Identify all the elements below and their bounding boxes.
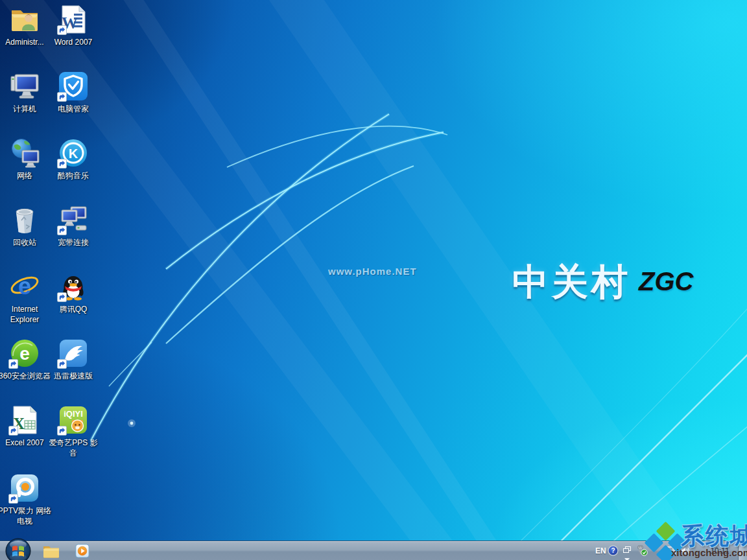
svg-text:?: ? [611, 547, 615, 554]
icon-label: 回收站 [0, 237, 52, 248]
desktop-icon-pptv[interactable]: PPTV聚力 网络电视 [0, 472, 52, 526]
icon-label: 360安全浏览器 [0, 371, 52, 381]
shortcut-arrow-icon [57, 159, 67, 169]
desktop-icon-internet-explorer[interactable]: e Internet Explorer [0, 271, 52, 325]
svg-text:iQIYI: iQIYI [64, 409, 83, 419]
icon-label: 计算机 [0, 104, 52, 114]
desktop-icon-broadband-connection[interactable]: 宽带连接 [46, 204, 101, 248]
zgc-brand-chinese: 中关村 [512, 258, 631, 307]
shortcut-arrow-icon [57, 359, 67, 369]
xitongcheng-domain: xitongcheng.com [671, 547, 747, 558]
icon-label: 腾讯QQ [46, 304, 101, 314]
icon-label: Word 2007 [46, 37, 101, 47]
icon-label: 爱奇艺PPS 影音 [46, 438, 101, 458]
ie-e-icon: e [9, 271, 40, 302]
taskbar-explorer-button[interactable] [40, 543, 62, 559]
icon-label: 电脑管家 [46, 104, 101, 114]
icon-label: Excel 2007 [0, 438, 52, 448]
hidden-icons-chevron-icon[interactable] [624, 552, 630, 560]
start-button[interactable] [5, 538, 31, 560]
desktop-icon-recycle-bin[interactable]: 回收站 [0, 204, 52, 248]
zgc-brand-latin: ZGC [639, 267, 693, 296]
shortcut-arrow-icon [8, 426, 18, 436]
shortcut-arrow-icon [57, 92, 67, 102]
icon-label: Internet Explorer [0, 304, 52, 325]
shortcut-arrow-icon [57, 292, 67, 302]
recycle-bin-icon [9, 204, 40, 235]
media-player-icon [75, 544, 89, 558]
svg-text:e: e [18, 273, 31, 299]
language-indicator[interactable]: EN [595, 546, 606, 555]
desktop-icon-pc-manager[interactable]: 电脑管家 [46, 71, 101, 114]
icon-label: 网络 [0, 170, 52, 181]
desktop-icon-excel-2007[interactable]: X Excel 2007 [0, 404, 52, 448]
desktop[interactable]: www.pHome.NET 中关村 ZGC Administr... W Wor… [0, 0, 747, 560]
shortcut-arrow-icon [57, 426, 67, 436]
user-folder-icon [9, 4, 40, 35]
taskbar-media-player-button[interactable] [71, 543, 93, 559]
desktop-icon-word-2007[interactable]: W Word 2007 [46, 4, 101, 47]
taskbar: EN ? [0, 541, 747, 560]
usb-safely-remove-icon[interactable] [635, 545, 648, 559]
icon-label: 迅雷极速版 [46, 371, 101, 381]
desktop-icon-administrator[interactable]: Administr... [0, 4, 52, 47]
desktop-icon-thunder[interactable]: 迅雷极速版 [46, 338, 101, 381]
icon-label: Administr... [0, 37, 52, 47]
shortcut-arrow-icon [57, 25, 67, 35]
icon-label: 酷狗音乐 [46, 170, 101, 181]
desktop-icon-iqiyi-pps[interactable]: iQIYI 爱奇艺PPS 影音 [46, 404, 101, 458]
windows-orb-icon [5, 538, 31, 560]
svg-text:K: K [69, 146, 78, 161]
shortcut-arrow-icon [8, 494, 18, 504]
desktop-icon-computer[interactable]: 计算机 [0, 71, 52, 114]
svg-text:e: e [19, 344, 30, 364]
shortcut-arrow-icon [8, 359, 18, 369]
folder-icon [43, 544, 60, 558]
zgc-brand-logo: 中关村 ZGC [512, 258, 693, 307]
icon-label: 宽带连接 [46, 237, 101, 248]
phome-watermark: www.pHome.NET [328, 266, 417, 277]
desktop-icon-network[interactable]: 网络 [0, 137, 52, 181]
desktop-icon-tencent-qq[interactable]: 腾讯QQ [46, 271, 101, 314]
desktop-icon-kugou-music[interactable]: K 酷狗音乐 [46, 137, 101, 181]
shortcut-arrow-icon [57, 226, 67, 235]
computer-icon [9, 71, 40, 102]
icon-label: PPTV聚力 网络电视 [0, 506, 52, 526]
desktop-icon-360-browser[interactable]: e 360安全浏览器 [0, 338, 52, 381]
help-tray-icon[interactable]: ? [608, 545, 619, 559]
network-globe-icon [9, 137, 40, 169]
